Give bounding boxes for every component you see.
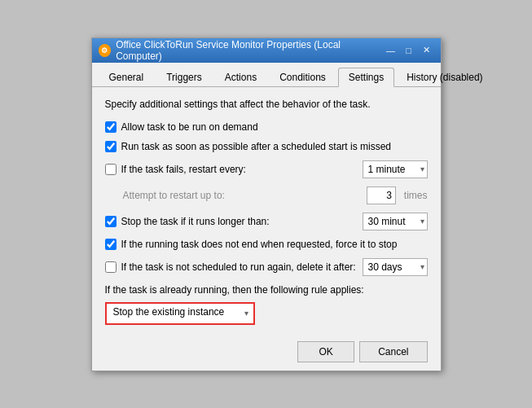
label-force-stop: If the running task does not end when re… xyxy=(121,239,428,250)
settings-content: Specify additional settings that affect … xyxy=(92,87,441,333)
option-stop-longer: Stop the task if it runs longer than: 30… xyxy=(105,213,428,230)
stop-longer-value: 30 minut xyxy=(368,216,406,227)
ok-button[interactable]: OK xyxy=(297,341,354,362)
tab-triggers[interactable]: Triggers xyxy=(156,68,213,86)
tabs-bar: General Triggers Actions Conditions Sett… xyxy=(92,63,441,87)
checkbox-stop-longer[interactable] xyxy=(105,216,117,227)
minimize-button[interactable]: — xyxy=(384,44,398,57)
label-if-fails: If the task fails, restart every: xyxy=(121,164,358,175)
tab-conditions[interactable]: Conditions xyxy=(269,68,336,86)
attempt-count-input[interactable] xyxy=(367,186,396,204)
stop-longer-dropdown[interactable]: 30 minut xyxy=(363,213,428,230)
tab-general[interactable]: General xyxy=(99,68,155,86)
label-attempt-restart: Attempt to restart up to: xyxy=(123,190,362,201)
tab-history[interactable]: History (disabled) xyxy=(396,68,493,86)
maximize-button[interactable]: □ xyxy=(402,44,416,57)
checkbox-delete-after[interactable] xyxy=(105,261,117,273)
label-run-after-missed: Run task as soon as possible after a sch… xyxy=(121,141,428,152)
option-run-after-missed: Run task as soon as possible after a sch… xyxy=(105,141,428,152)
title-bar-left: ⚙ Office ClickToRun Service Monitor Prop… xyxy=(99,39,384,62)
title-bar: ⚙ Office ClickToRun Service Monitor Prop… xyxy=(92,38,441,63)
delete-after-dropdown-wrapper: 30 days ▾ xyxy=(363,258,428,276)
rule-label: If the task is already running, then the… xyxy=(105,284,428,296)
restart-every-value: 1 minute xyxy=(368,164,406,175)
option-allow-demand: Allow task to be run on demand xyxy=(105,121,428,133)
checkbox-allow-demand[interactable] xyxy=(105,121,117,133)
label-delete-after: If the task is not scheduled to run agai… xyxy=(121,261,358,273)
tab-actions[interactable]: Actions xyxy=(214,68,267,86)
tab-settings[interactable]: Settings xyxy=(338,68,394,87)
checkbox-force-stop[interactable] xyxy=(105,239,117,250)
title-controls: — □ ✕ xyxy=(384,44,434,57)
cancel-button[interactable]: Cancel xyxy=(359,341,427,362)
restart-every-dropdown-wrapper: 1 minute ▾ xyxy=(363,160,428,178)
option-attempt-restart: Attempt to restart up to: times xyxy=(105,186,428,204)
stop-longer-dropdown-wrapper: 30 minut ▾ xyxy=(363,213,428,230)
label-stop-longer: Stop the task if it runs longer than: xyxy=(121,216,358,227)
option-delete-after: If the task is not scheduled to run agai… xyxy=(105,258,428,276)
window-icon: ⚙ xyxy=(99,44,112,57)
delete-after-dropdown[interactable]: 30 days xyxy=(363,258,428,276)
settings-description: Specify additional settings that affect … xyxy=(105,99,428,110)
button-row: OK Cancel xyxy=(92,333,441,371)
main-window: ⚙ Office ClickToRun Service Monitor Prop… xyxy=(91,37,442,371)
option-if-fails: If the task fails, restart every: 1 minu… xyxy=(105,160,428,178)
restart-every-dropdown[interactable]: 1 minute xyxy=(363,160,428,178)
label-allow-demand: Allow task to be run on demand xyxy=(121,121,428,133)
rule-value: Stop the existing instance xyxy=(113,306,225,318)
window-title: Office ClickToRun Service Monitor Proper… xyxy=(116,39,383,62)
option-force-stop: If the running task does not end when re… xyxy=(105,239,428,250)
checkbox-run-after-missed[interactable] xyxy=(105,141,117,152)
close-button[interactable]: ✕ xyxy=(420,44,434,57)
rule-dropdown-wrapper: Stop the existing instance ▾ xyxy=(105,302,255,325)
times-label: times xyxy=(404,190,428,201)
rule-dropdown[interactable]: Stop the existing instance xyxy=(107,304,253,323)
checkbox-if-fails[interactable] xyxy=(105,164,117,175)
delete-after-value: 30 days xyxy=(368,261,402,273)
